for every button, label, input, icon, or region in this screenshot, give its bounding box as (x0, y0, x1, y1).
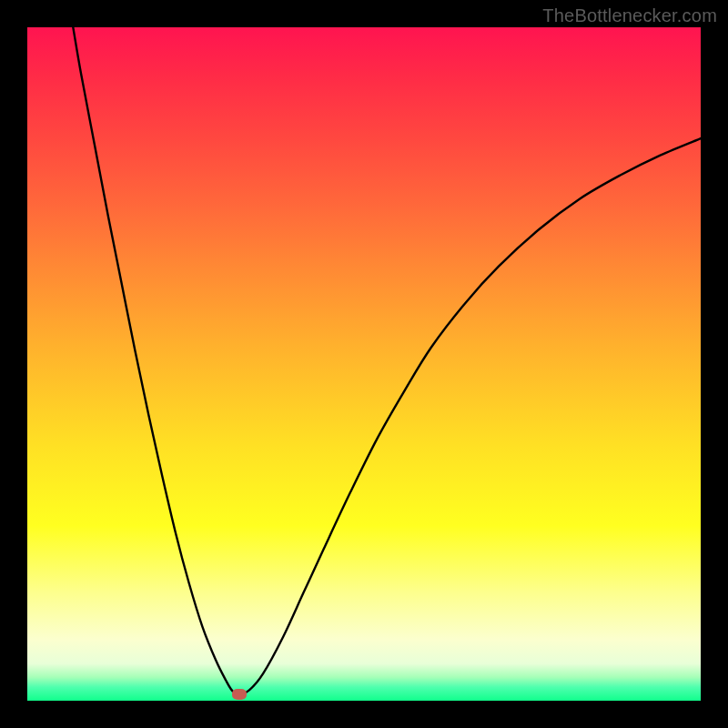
plot-area (27, 27, 701, 701)
chart-frame: TheBottlenecker.com (0, 0, 728, 728)
curve-svg (27, 27, 701, 701)
watermark-text: TheBottlenecker.com (542, 5, 717, 26)
curve-path (73, 27, 701, 694)
optimum-marker (232, 689, 247, 700)
